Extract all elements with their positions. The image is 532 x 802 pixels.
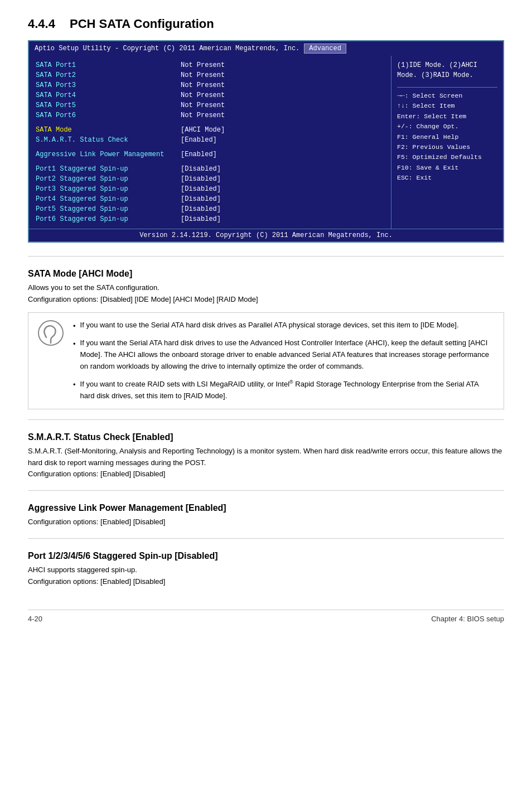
- bios-row-key: S.M.A.R.T. Status Check: [36, 135, 181, 145]
- bios-row: Aggressive Link Power Management[Enabled…: [36, 149, 384, 160]
- bios-body: SATA Port1Not PresentSATA Port2Not Prese…: [29, 56, 503, 229]
- bios-row-key: SATA Port4: [36, 90, 181, 100]
- bios-row-value: [Disabled]: [181, 214, 221, 224]
- note-text: If you want the Serial ATA hard disk dri…: [80, 337, 495, 372]
- section-heading-sata-mode: SATA Mode [AHCI Mode]: [28, 269, 504, 279]
- bios-row-key: Aggressive Link Power Management: [36, 149, 181, 160]
- section-title: PCH SATA Configuration: [70, 17, 214, 31]
- bios-terminal: Aptio Setup Utility - Copyright (C) 2011…: [28, 40, 504, 243]
- section-divider: [28, 538, 504, 539]
- bios-row: Port6 Staggered Spin-up[Disabled]: [36, 214, 384, 224]
- bios-row-value: Not Present: [181, 110, 225, 120]
- bios-help-line: F2: Previous Values: [397, 142, 497, 152]
- bios-mode-hint: (1)IDE Mode. (2)AHCI Mode. (3)RAID Mode.: [397, 60, 497, 80]
- bios-row: SATA Port1Not Present: [36, 60, 384, 70]
- bios-row-value: Not Present: [181, 80, 225, 90]
- bios-spacer: [36, 145, 384, 149]
- bios-row-key: SATA Port5: [36, 100, 181, 110]
- section-desc-sata-mode: Allows you to set the SATA configuration…: [28, 282, 504, 306]
- bios-row: SATA Port3Not Present: [36, 80, 384, 90]
- bios-row-value: [AHCI Mode]: [181, 125, 225, 135]
- bios-footer-text: Version 2.14.1219. Copyright (C) 2011 Am…: [139, 231, 393, 239]
- note-item: •If you want to use the Serial ATA hard …: [73, 320, 495, 332]
- bios-help-line: F10: Save & Exit: [397, 163, 497, 173]
- bios-row-key: Port4 Staggered Spin-up: [36, 194, 181, 204]
- bios-settings-panel: SATA Port1Not PresentSATA Port2Not Prese…: [29, 56, 391, 229]
- bios-row-key: SATA Port2: [36, 70, 181, 80]
- bios-row: Port1 Staggered Spin-up[Disabled]: [36, 164, 384, 174]
- bios-divider: [397, 87, 497, 88]
- bios-row-key: Port2 Staggered Spin-up: [36, 174, 181, 184]
- bios-header: Aptio Setup Utility - Copyright (C) 2011…: [29, 41, 503, 56]
- bios-row: Port4 Staggered Spin-up[Disabled]: [36, 194, 384, 204]
- bios-row: SATA Port2Not Present: [36, 70, 384, 80]
- bios-row-key: Port5 Staggered Spin-up: [36, 204, 181, 214]
- bios-header-text: Aptio Setup Utility - Copyright (C) 2011…: [35, 45, 299, 52]
- note-item: •If you want the Serial ATA hard disk dr…: [73, 337, 495, 372]
- bios-row-value: [Disabled]: [181, 164, 221, 174]
- bios-help-line: Enter: Select Item: [397, 112, 497, 122]
- bios-row: SATA Port6Not Present: [36, 110, 384, 120]
- bios-row-key: Port3 Staggered Spin-up: [36, 184, 181, 194]
- bios-row-key: SATA Port3: [36, 80, 181, 90]
- bios-help-line: ↑↓: Select Item: [397, 101, 497, 111]
- bios-row-value: Not Present: [181, 100, 225, 110]
- note-item: •If you want to create RAID sets with LS…: [73, 378, 495, 402]
- bios-row-value: Not Present: [181, 90, 225, 100]
- bios-key-help: →←: Select Screen↑↓: Select ItemEnter: S…: [397, 91, 497, 183]
- section-desc-smart-status: S.M.A.R.T. (Self-Monitoring, Analysis an…: [28, 446, 504, 480]
- bios-spacer: [36, 160, 384, 164]
- section-desc-staggered-spinup: AHCI supports staggered spin-up.Configur…: [28, 564, 504, 588]
- bios-help-line: ESC: Exit: [397, 173, 497, 183]
- bios-tab-advanced[interactable]: Advanced: [304, 44, 346, 54]
- bios-row: Port5 Staggered Spin-up[Disabled]: [36, 204, 384, 214]
- bios-row-value: Not Present: [181, 60, 225, 70]
- bios-footer: Version 2.14.1219. Copyright (C) 2011 Am…: [29, 229, 503, 241]
- bios-row: SATA Port4Not Present: [36, 90, 384, 100]
- footer-page-number: 4-20: [28, 615, 42, 623]
- bios-help-line: →←: Select Screen: [397, 91, 497, 101]
- bios-row-value: [Disabled]: [181, 194, 221, 204]
- bios-row-key: SATA Mode: [36, 125, 181, 135]
- page-title: 4.4.4 PCH SATA Configuration: [28, 17, 504, 31]
- section-divider: [28, 256, 504, 257]
- note-bullet: •: [73, 339, 76, 350]
- section-heading-smart-status: S.M.A.R.T. Status Check [Enabled]: [28, 432, 504, 442]
- section-divider: [28, 490, 504, 491]
- footer-chapter: Chapter 4: BIOS setup: [431, 615, 504, 623]
- bios-row: SATA Mode[AHCI Mode]: [36, 125, 384, 135]
- section-divider: [28, 419, 504, 420]
- bios-row-value: [Enabled]: [181, 135, 217, 145]
- bios-row-key: Port1 Staggered Spin-up: [36, 164, 181, 174]
- note-text: If you want to create RAID sets with LSI…: [80, 378, 495, 402]
- note-bullet: •: [73, 321, 76, 332]
- bios-row-key: SATA Port6: [36, 110, 181, 120]
- bios-row: SATA Port5Not Present: [36, 100, 384, 110]
- bios-row-key: SATA Port1: [36, 60, 181, 70]
- section-desc-aggressive-link: Configuration options: [Enabled] [Disabl…: [28, 516, 504, 528]
- section-number: 4.4.4: [28, 17, 55, 31]
- note-box-sata-mode: •If you want to use the Serial ATA hard …: [28, 312, 504, 409]
- bios-help-line: F1: General Help: [397, 132, 497, 142]
- note-bullet: •: [73, 379, 76, 391]
- bios-row: Port2 Staggered Spin-up[Disabled]: [36, 174, 384, 184]
- note-items: •If you want to use the Serial ATA hard …: [73, 320, 495, 402]
- bios-help-line: +/-: Change Opt.: [397, 122, 497, 132]
- bios-row-value: [Enabled]: [181, 149, 217, 160]
- bios-row-value: Not Present: [181, 70, 225, 80]
- note-text: If you want to use the Serial ATA hard d…: [80, 320, 459, 331]
- bios-row-value: [Disabled]: [181, 184, 221, 194]
- section-heading-staggered-spinup: Port 1/2/3/4/5/6 Staggered Spin-up [Disa…: [28, 551, 504, 561]
- bios-spacer: [36, 120, 384, 125]
- bios-row: S.M.A.R.T. Status Check[Enabled]: [36, 135, 384, 145]
- content-sections: SATA Mode [AHCI Mode]Allows you to set t…: [28, 256, 504, 587]
- bios-help-panel: (1)IDE Mode. (2)AHCI Mode. (3)RAID Mode.…: [391, 56, 503, 229]
- bios-help-line: F5: Optimized Defaults: [397, 152, 497, 162]
- bios-row-value: [Disabled]: [181, 204, 221, 214]
- note-icon: [37, 320, 64, 346]
- bios-row-key: Port6 Staggered Spin-up: [36, 214, 181, 224]
- page-footer: 4-20 Chapter 4: BIOS setup: [28, 610, 504, 623]
- bios-row: Port3 Staggered Spin-up[Disabled]: [36, 184, 384, 194]
- section-heading-aggressive-link: Aggressive Link Power Management [Enable…: [28, 503, 504, 513]
- bios-row-value: [Disabled]: [181, 174, 221, 184]
